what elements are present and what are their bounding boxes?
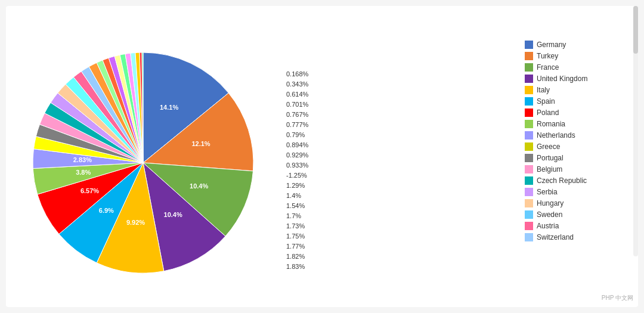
legend-item-united-kingdom: United Kingdom: [525, 75, 632, 83]
legend-area[interactable]: GermanyTurkeyFranceUnited KingdomItalySp…: [525, 38, 632, 288]
legend-color-box: [525, 75, 533, 83]
legend-color-box: [525, 199, 533, 207]
legend-label: Poland: [537, 109, 559, 117]
floating-label-2: 0.614%: [286, 91, 308, 98]
floating-label-10: -1.25%: [286, 172, 307, 179]
floating-label-6: 0.79%: [286, 131, 305, 138]
legend-color-box: [525, 165, 533, 173]
floating-label-0: 0.168%: [286, 70, 308, 78]
legend-label: Serbia: [537, 188, 558, 196]
floating-label-3: 0.701%: [286, 101, 308, 108]
legend-color-box: [525, 52, 533, 60]
legend-color-box: [525, 131, 533, 140]
watermark: PHP 中文网: [602, 294, 633, 302]
legend-label: Switzerland: [537, 233, 574, 241]
legend-color-box: [525, 176, 533, 185]
legend-color-box: [525, 188, 533, 196]
chart-body: 14.1%12.1%10.4%10.4%9.92%6.9%6.57%3.8%2.…: [18, 24, 632, 301]
legend-label: Portugal: [537, 154, 564, 162]
legend-label: Italy: [537, 86, 550, 94]
legend-item-turkey: Turkey: [525, 52, 632, 60]
legend-item-france: France: [525, 63, 632, 72]
pie-label-1: 12.1%: [191, 140, 210, 147]
pie-label-2: 10.4%: [190, 182, 208, 189]
legend-label: Romania: [537, 120, 565, 128]
legend-label: United Kingdom: [537, 75, 587, 83]
floating-label-9: 0.933%: [286, 162, 308, 169]
legend-color-box: [525, 41, 533, 49]
pie-label-8: 2.83%: [73, 156, 92, 163]
floating-label-15: 1.73%: [286, 222, 305, 230]
legend-label: Austria: [537, 222, 559, 230]
pie-label-6: 6.57%: [80, 187, 99, 194]
legend-item-serbia: Serbia: [525, 188, 632, 196]
legend-color-box: [525, 109, 533, 117]
legend-item-belgium: Belgium: [525, 165, 632, 173]
legend-item-poland: Poland: [525, 109, 632, 117]
pie-label-3: 10.4%: [164, 211, 182, 218]
pie-label-0: 14.1%: [160, 103, 178, 110]
labels-area: 0.168%0.343%0.614%0.701%0.767%0.777%0.79…: [280, 38, 525, 288]
legend-label: Netherlands: [537, 131, 575, 140]
legend-item-switzerland: Switzerland: [525, 233, 632, 241]
legend-item-hungary: Hungary: [525, 199, 632, 207]
floating-label-7: 0.894%: [286, 141, 308, 148]
legend-item-austria: Austria: [525, 222, 632, 230]
legend-label: Germany: [537, 41, 566, 49]
floating-label-8: 0.929%: [286, 151, 308, 159]
legend-color-box: [525, 142, 533, 151]
legend-label: Hungary: [537, 199, 564, 207]
legend-item-germany: Germany: [525, 41, 632, 49]
floating-label-16: 1.75%: [286, 233, 305, 240]
pie-label-7: 3.8%: [76, 169, 91, 176]
legend-item-spain: Spain: [525, 97, 632, 106]
legend-item-italy: Italy: [525, 86, 632, 94]
watermark-text: PHP 中文网: [602, 294, 633, 302]
legend-item-romania: Romania: [525, 120, 632, 128]
legend-label: Czech Republic: [537, 176, 587, 185]
floating-label-19: 1.83%: [286, 263, 305, 270]
pie-label-4: 9.92%: [126, 218, 145, 225]
legend-color-box: [525, 233, 533, 241]
legend-item-czech-republic: Czech Republic: [525, 176, 632, 185]
legend-item-sweden: Sweden: [525, 210, 632, 219]
legend-color-box: [525, 222, 533, 230]
legend-color-box: [525, 97, 533, 106]
pie-svg: 14.1%12.1%10.4%10.4%9.92%6.9%6.57%3.8%2.…: [18, 38, 280, 288]
legend-color-box: [525, 86, 533, 94]
legend-label: Greece: [537, 142, 560, 151]
floating-label-11: 1.29%: [286, 182, 305, 189]
legend-item-netherlands: Netherlands: [525, 131, 632, 140]
legend-item-greece: Greece: [525, 142, 632, 151]
legend-label: Turkey: [537, 52, 558, 60]
floating-label-5: 0.777%: [286, 121, 308, 128]
legend-item-portugal: Portugal: [525, 154, 632, 162]
floating-label-1: 0.343%: [286, 80, 308, 88]
floating-label-12: 1.4%: [286, 192, 301, 199]
legend-color-box: [525, 154, 533, 162]
floating-label-13: 1.54%: [286, 202, 305, 209]
legend-label: Belgium: [537, 165, 562, 173]
legend-color-box: [525, 120, 533, 128]
chart-container: 14.1%12.1%10.4%10.4%9.92%6.9%6.57%3.8%2.…: [6, 6, 638, 307]
legend-label: Spain: [537, 97, 555, 106]
legend-label: Sweden: [537, 210, 562, 219]
legend-color-box: [525, 63, 533, 72]
floating-label-17: 1.77%: [286, 243, 305, 250]
floating-label-18: 1.82%: [286, 253, 305, 260]
floating-label-14: 1.7%: [286, 212, 301, 219]
legend-label: France: [537, 63, 559, 72]
legend-color-box: [525, 210, 533, 219]
pie-chart-area: 14.1%12.1%10.4%10.4%9.92%6.9%6.57%3.8%2.…: [18, 38, 280, 288]
floating-label-4: 0.767%: [286, 111, 308, 118]
pie-label-5: 6.9%: [99, 206, 114, 213]
